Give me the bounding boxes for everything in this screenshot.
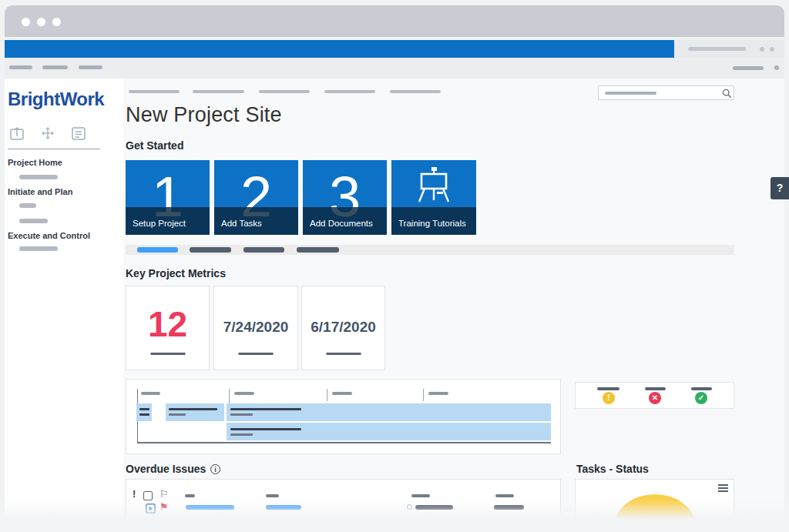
carousel-indicator[interactable] [297,247,339,253]
ribbon-tab-placeholder [9,65,32,69]
metric-value: 6/17/2020 [302,319,384,336]
gantt-task-bar [166,403,224,421]
checkbox-column-header[interactable] [143,491,153,500]
ribbon-tab-placeholder [42,65,68,69]
tab-placeholder [259,90,310,93]
column-header-bar [185,494,195,497]
metric-underline [239,353,274,355]
brightwork-logo: BrightWork [8,89,104,110]
carousel-indicator[interactable] [190,247,231,253]
suite-bar-right [674,40,784,58]
window-control-dot[interactable] [22,18,30,26]
status-label-bar [597,387,619,390]
metric-value: 7/24/2020 [214,319,297,336]
status-label-bar [645,387,666,390]
overdue-issues-heading: Overdue Issues [126,463,206,475]
page: BrightWork Project Home Initiate and Pla… [0,0,789,532]
ribbon-bar [5,58,784,79]
page-title: New Project Site [126,103,282,127]
metric-card-date-2: 6/17/2020 [301,286,385,370]
carousel-indicator-active[interactable] [137,247,178,253]
column-header-bar [495,494,514,497]
gantt-task-bar [227,403,551,421]
tab-placeholder [324,90,375,93]
gantt-gridline [327,389,327,401]
gantt-task-bar [227,423,551,440]
metric-value: 12 [126,303,209,345]
gantt-row-cell [136,403,152,421]
search-placeholder-bar [605,92,656,95]
sidebar-link-placeholder [19,246,58,251]
metric-card-date-1: 7/24/2020 [213,286,298,370]
ribbon-tab-placeholder [79,65,102,69]
issue-value-bar [415,505,453,510]
gantt-task-sublabel-bar [230,433,253,436]
move-icon[interactable] [40,125,55,141]
notes-icon[interactable] [71,125,86,141]
gantt-task-sublabel-bar [169,413,186,416]
error-icon: ✕ [649,392,661,404]
tab-placeholder [129,90,180,93]
column-header-bar [411,494,430,497]
success-icon: ✓ [695,392,707,404]
gantt-column-label [234,392,254,395]
tile-setup-project[interactable]: 1 Setup Project [126,160,210,235]
search-icon[interactable] [722,89,732,99]
tasks-status-heading: Tasks - Status [576,463,649,475]
issue-item-icon [146,503,156,513]
sidebar-divider [8,149,100,149]
tab-placeholder [193,90,244,93]
easel-icon [416,166,452,205]
sidebar [5,79,123,532]
gantt-task-label-bar [230,408,301,410]
metric-underline [150,353,185,355]
gantt-gridline [423,389,424,401]
tile-label: Add Tasks [221,219,262,228]
placeholder-dot [770,47,774,52]
issue-link-bar[interactable] [266,505,301,510]
window-control-dot[interactable] [52,18,61,26]
tab-placeholder [390,90,441,93]
gantt-task-label-bar [169,408,217,410]
gantt-cell-bar [139,413,149,416]
warning-icon: ! [603,392,615,404]
sidebar-item-initiate-and-plan[interactable]: Initiate and Plan [8,187,72,196]
key-metrics-heading: Key Project Metrics [126,267,226,279]
ribbon-right-dot [774,65,779,70]
gantt-task-sublabel-bar [230,413,253,416]
sidebar-link-placeholder [19,203,36,208]
chart-menu-icon[interactable] [718,484,728,494]
help-button[interactable]: ? [771,177,789,199]
issue-value-bar [494,505,524,510]
suite-bar [5,40,674,58]
placeholder-dot [760,47,764,52]
metric-underline [326,353,361,355]
tile-label: Training Tutorials [398,219,466,228]
browser-titlebar [5,5,784,37]
ribbon-right-placeholder [733,66,764,70]
sidebar-item-execute-and-control[interactable]: Execute and Control [8,231,90,240]
issue-link-bar[interactable] [186,505,234,510]
window-control-dot[interactable] [37,18,45,26]
export-icon[interactable] [9,125,25,141]
search-input[interactable] [598,85,734,100]
tile-training-tutorials[interactable]: Training Tutorials [391,160,476,235]
info-icon[interactable]: i [210,464,220,474]
sidebar-item-project-home[interactable]: Project Home [8,158,62,167]
sidebar-link-placeholder [19,175,58,179]
tile-add-tasks[interactable]: 2 Add Tasks [214,160,298,235]
gantt-cell-bar [139,408,149,410]
status-label-bar [691,387,712,390]
gantt-column-label [141,392,160,395]
metric-card-count: 12 [126,286,210,370]
sidebar-link-placeholder [19,219,48,223]
placeholder-bar [688,47,746,51]
assignee-avatar-placeholder [407,504,412,510]
tile-label: Setup Project [133,219,186,228]
exclamation-column-header: ! [133,488,136,500]
flag-icon: ⚑ [159,501,169,513]
carousel-indicator[interactable] [243,247,284,253]
flag-column-header-icon: ⚐ [159,488,169,500]
gantt-column-label [332,392,352,395]
tile-add-documents[interactable]: 3 Add Documents [303,160,387,235]
